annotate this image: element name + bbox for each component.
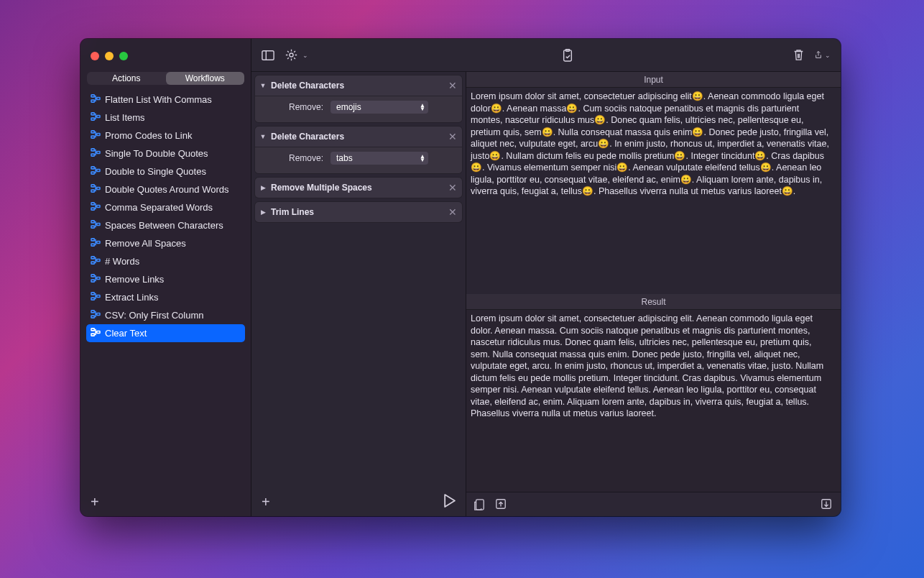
svg-rect-41 [97,331,100,333]
field-label: Remove: [289,153,323,163]
svg-rect-11 [97,151,100,153]
workflow-item[interactable]: Spaces Between Characters [86,216,245,234]
close-window-button[interactable] [91,52,99,60]
clipboard-button[interactable] [558,46,577,65]
main-area: ⌄ ⌄ ▼Delete Characters✕Remove:emojis▲▼▼D… [251,39,841,516]
input-text[interactable]: Lorem ipsum dolor sit amet, consectetuer… [466,88,841,294]
svg-rect-8 [97,133,100,135]
actions-column: ▼Delete Characters✕Remove:emojis▲▼▼Delet… [251,72,466,516]
settings-button[interactable] [282,46,300,65]
settings-menu-chevron[interactable]: ⌄ [302,52,308,59]
disclosure-open-icon[interactable]: ▼ [259,133,267,140]
remove-action-button[interactable]: ✕ [448,206,458,218]
workflow-icon [91,310,101,321]
workflow-list: Flatten List With CommasList ItemsPromo … [80,91,251,487]
svg-rect-35 [97,295,100,297]
svg-point-44 [289,53,292,57]
workflow-item-label: Remove All Spaces [105,238,186,249]
workflow-item-label: Clear Text [105,328,147,339]
select-value: tabs [336,153,353,163]
disclosure-closed-icon[interactable]: ▶ [259,208,267,216]
action-header[interactable]: ▶Remove Multiple Spaces✕ [255,178,462,198]
workflow-item[interactable]: # Words [86,252,245,270]
tab-actions[interactable]: Actions [87,72,166,85]
result-text[interactable]: Lorem ipsum dolor sit amet, consectetuer… [466,310,841,492]
action-title: Delete Characters [271,81,443,91]
svg-rect-5 [97,115,100,117]
toolbar: ⌄ ⌄ [251,39,841,72]
action-header[interactable]: ▶Trim Lines✕ [255,202,462,222]
workflow-icon [91,238,101,249]
workflow-item[interactable]: Double to Single Quotes [86,162,245,180]
add-workflow-button[interactable]: + [91,494,99,510]
action-body: Remove:tabs▲▼ [255,147,462,173]
svg-rect-4 [91,118,94,120]
zoom-window-button[interactable] [119,52,128,60]
svg-rect-30 [91,275,94,277]
copy-result-button[interactable] [473,498,486,511]
workflow-item-label: Flatten List With Commas [105,94,212,105]
action-card: ▶Trim Lines✕ [254,201,463,223]
workflow-icon [91,94,101,105]
svg-rect-13 [91,172,94,174]
disclosure-closed-icon[interactable]: ▶ [259,184,267,191]
minimize-window-button[interactable] [105,52,114,60]
remove-select[interactable]: emojis▲▼ [331,101,428,114]
export-result-button[interactable] [821,498,833,511]
workflow-item[interactable]: Double Quotes Around Words [86,180,245,198]
workflow-item-label: Promo Codes to Link [105,130,192,141]
svg-rect-19 [91,208,94,210]
content-area: ▼Delete Characters✕Remove:emojis▲▼▼Delet… [251,72,841,516]
workflow-item-label: # Words [105,256,139,267]
input-block: Input Lorem ipsum dolor sit amet, consec… [466,72,841,294]
workflow-item-label: Remove Links [105,274,164,285]
svg-rect-36 [91,311,94,313]
workflow-item-label: Single To Double Quotes [105,148,208,159]
workflow-item[interactable]: Extract Links [86,288,245,306]
svg-rect-0 [91,95,94,97]
svg-rect-12 [91,167,94,169]
svg-rect-16 [91,190,94,192]
delete-button[interactable] [789,46,808,65]
remove-select[interactable]: tabs▲▼ [331,152,428,165]
action-card: ▼Delete Characters✕Remove:tabs▲▼ [254,126,463,174]
svg-rect-23 [97,223,100,225]
svg-rect-24 [91,239,94,241]
workflow-item[interactable]: Clear Text [86,324,245,342]
svg-rect-34 [91,298,94,300]
share-button[interactable]: ⌄ [815,46,833,65]
svg-rect-40 [91,334,94,336]
select-value: emojis [336,102,361,112]
select-arrows-icon: ▲▼ [420,104,425,111]
svg-rect-9 [91,149,94,151]
remove-action-button[interactable]: ✕ [448,182,458,193]
workflow-item[interactable]: Single To Double Quotes [86,144,245,162]
workflow-item[interactable]: Flatten List With Commas [86,91,245,109]
workflow-item[interactable]: Comma Separated Words [86,198,245,216]
svg-rect-47 [476,499,484,509]
result-header: Result [466,294,841,310]
tab-workflows[interactable]: Workflows [166,72,245,85]
workflow-item[interactable]: Remove All Spaces [86,234,245,252]
run-workflow-button[interactable] [443,494,456,510]
add-action-button[interactable]: + [262,494,270,510]
actions-footer: + [254,487,463,516]
workflow-icon [91,112,101,123]
workflow-item-label: Spaces Between Characters [105,220,223,231]
svg-rect-37 [91,316,94,318]
svg-rect-18 [91,203,94,205]
workflow-item[interactable]: Promo Codes to Link [86,127,245,144]
workflow-icon [91,184,101,195]
workflow-item[interactable]: CSV: Only First Column [86,306,245,324]
replace-input-button[interactable] [495,498,508,511]
svg-rect-27 [91,257,94,259]
remove-action-button[interactable]: ✕ [448,80,458,91]
disclosure-open-icon[interactable]: ▼ [259,82,267,89]
action-header[interactable]: ▼Delete Characters✕ [255,75,462,96]
workflow-icon [91,148,101,159]
workflow-item[interactable]: Remove Links [86,270,245,288]
remove-action-button[interactable]: ✕ [448,131,458,142]
toggle-sidebar-button[interactable] [259,46,277,65]
workflow-item[interactable]: List Items [86,109,245,127]
action-header[interactable]: ▼Delete Characters✕ [255,127,462,147]
